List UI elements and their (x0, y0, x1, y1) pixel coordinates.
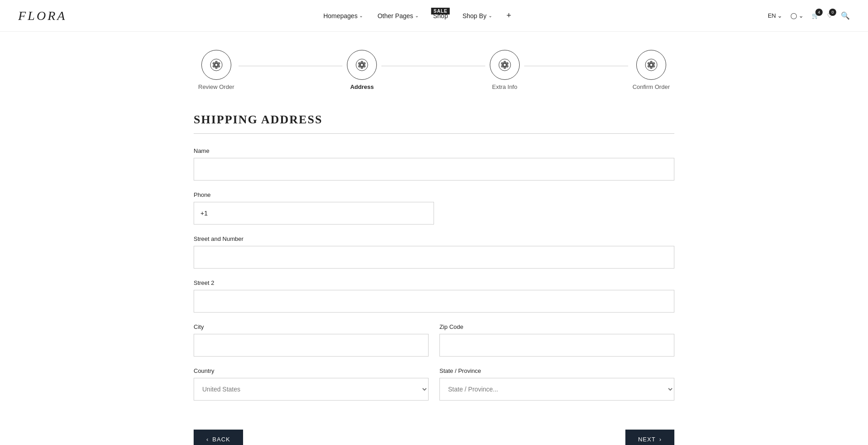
name-input[interactable] (194, 158, 674, 181)
street2-group: Street 2 (194, 279, 674, 313)
zip-input[interactable] (439, 334, 674, 357)
search-button[interactable]: 🔍 (841, 11, 850, 20)
step-confirm-order: Confirm Order (628, 50, 674, 90)
navbar: FLORA Homepages ⌄ Other Pages ⌄ SALE Sho… (0, 0, 868, 32)
city-zip-row: City Zip Code (194, 323, 674, 367)
chevron-right-icon: › (659, 436, 662, 443)
main-content: Review Order Address (185, 32, 683, 445)
nav-homepages[interactable]: Homepages ⌄ (323, 12, 363, 20)
flower-icon-3 (498, 59, 511, 71)
wishlist-badge: 0 (829, 9, 836, 16)
zip-group: Zip Code (439, 323, 674, 357)
svg-point-31 (650, 64, 653, 66)
next-label: NEXT (638, 436, 656, 443)
nav-actions: EN ⌄ ◯ ⌄ 🛒 4 ♡ 0 🔍 (768, 11, 850, 20)
step-label-confirm: Confirm Order (633, 83, 670, 90)
step-circle-confirm (636, 50, 666, 80)
country-select[interactable]: United States Canada United Kingdom Aust… (194, 378, 429, 401)
back-label: BACK (212, 436, 230, 443)
chevron-down-icon: ⌄ (415, 13, 419, 18)
name-label: Name (194, 147, 674, 154)
chevron-down-icon: ⌄ (488, 13, 492, 18)
nav-plus[interactable]: + (507, 11, 512, 20)
nav-shop-by-label: Shop By (463, 12, 487, 20)
step-label-extra: Extra Info (492, 83, 517, 90)
svg-point-23 (503, 64, 506, 66)
city-input[interactable] (194, 334, 429, 357)
nav-shop[interactable]: SALE Shop (433, 12, 448, 20)
wishlist-button[interactable]: ♡ 0 (827, 12, 833, 19)
zip-label: Zip Code (439, 323, 674, 330)
svg-point-15 (361, 64, 363, 66)
street2-input[interactable] (194, 290, 674, 313)
state-label: State / Province (439, 367, 674, 374)
progress-steps: Review Order Address (194, 50, 674, 90)
logo-text: FLORA (18, 9, 67, 23)
city-label: City (194, 323, 429, 330)
progress-line (194, 66, 674, 66)
logo[interactable]: FLORA (18, 9, 67, 23)
street-label: Street and Number (194, 235, 674, 242)
nav-homepages-label: Homepages (323, 12, 358, 20)
step-circle-address (347, 50, 377, 80)
next-button[interactable]: NEXT › (625, 430, 674, 445)
form-actions: ‹ BACK NEXT › (194, 430, 674, 445)
section-title: SHIPPING ADDRESS (194, 113, 674, 134)
back-button[interactable]: ‹ BACK (194, 430, 243, 445)
chevron-down-icon: ⌄ (359, 13, 363, 18)
search-icon: 🔍 (841, 11, 850, 20)
step-address: Address (342, 50, 381, 90)
nav-links: Homepages ⌄ Other Pages ⌄ SALE Shop Shop… (323, 11, 511, 20)
step-circle-extra (490, 50, 520, 80)
country-group: Country United States Canada United King… (194, 367, 429, 401)
lang-label: EN (768, 12, 776, 19)
svg-point-7 (215, 64, 218, 66)
chevron-left-icon: ‹ (206, 436, 209, 443)
plus-icon: + (507, 11, 512, 20)
phone-label: Phone (194, 191, 674, 198)
chevron-down-icon: ⌄ (777, 12, 782, 19)
cart-badge: 4 (815, 9, 823, 16)
user-menu[interactable]: ◯ ⌄ (790, 12, 804, 19)
country-label: Country (194, 367, 429, 374)
flower-icon-1 (210, 59, 223, 71)
flower-icon-2 (356, 59, 368, 71)
street-input[interactable] (194, 246, 674, 269)
step-extra-info: Extra Info (485, 50, 524, 90)
language-selector[interactable]: EN ⌄ (768, 12, 782, 19)
nav-shop-by[interactable]: Shop By ⌄ (463, 12, 492, 20)
street2-label: Street 2 (194, 279, 674, 286)
chevron-down-icon: ⌄ (799, 12, 804, 19)
step-label-address: Address (350, 83, 374, 90)
phone-input[interactable] (194, 202, 434, 225)
sale-badge: SALE (431, 8, 450, 15)
cart-button[interactable]: 🛒 4 (812, 12, 819, 19)
step-circle-review (201, 50, 231, 80)
name-group: Name (194, 147, 674, 181)
user-icon: ◯ (790, 12, 797, 19)
city-group: City (194, 323, 429, 357)
nav-other-pages[interactable]: Other Pages ⌄ (377, 12, 419, 20)
phone-group: Phone (194, 191, 674, 225)
street-group: Street and Number (194, 235, 674, 269)
nav-other-pages-label: Other Pages (377, 12, 413, 20)
flower-icon-4 (645, 59, 658, 71)
step-review-order: Review Order (194, 50, 239, 90)
state-select[interactable]: State / Province... Alabama California N… (439, 378, 674, 401)
state-group: State / Province State / Province... Ala… (439, 367, 674, 401)
step-label-review: Review Order (198, 83, 234, 90)
country-state-row: Country United States Canada United King… (194, 367, 674, 411)
